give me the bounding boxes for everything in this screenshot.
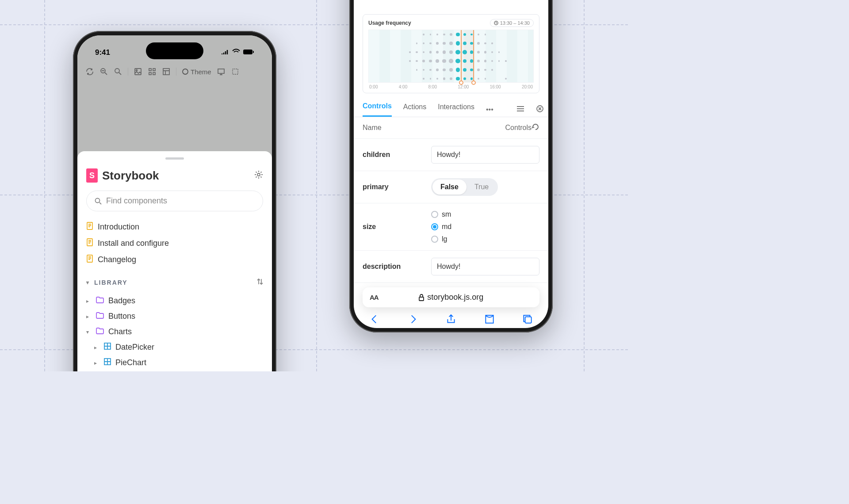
nav-doc-introduction[interactable]: Introduction	[86, 221, 263, 233]
control-label: children	[363, 151, 431, 159]
tabs-icon[interactable]	[522, 313, 533, 327]
radio-md[interactable]: md	[431, 223, 539, 231]
chart-dot	[416, 60, 417, 62]
reset-icon[interactable]	[532, 123, 539, 132]
tab-interactions[interactable]: Interactions	[438, 103, 474, 116]
url-text: storybook.js.org	[427, 293, 483, 302]
share-icon[interactable]	[445, 313, 457, 327]
chart-dot	[436, 78, 438, 80]
tab-actions[interactable]: Actions	[403, 103, 426, 116]
nav-folder-charts[interactable]: ▾ Charts	[86, 326, 263, 337]
svg-rect-16	[87, 222, 92, 229]
sync-icon[interactable]	[85, 67, 94, 76]
chart-dot	[470, 59, 474, 63]
toggle-false[interactable]: False	[432, 179, 467, 195]
svg-rect-1	[253, 51, 254, 53]
chart-dot	[423, 42, 424, 44]
grid-icon[interactable]	[148, 67, 157, 76]
chart-dot	[470, 34, 472, 35]
chart-dot	[478, 78, 479, 80]
forward-icon[interactable]	[407, 313, 419, 327]
nav-component-piechart[interactable]: ▸ PieChart	[86, 357, 263, 368]
more-icon[interactable]: •••	[486, 106, 493, 114]
sort-icon[interactable]	[257, 278, 263, 286]
menu-icon[interactable]	[516, 106, 524, 114]
gear-icon[interactable]	[254, 170, 263, 181]
layout-icon[interactable]	[162, 67, 171, 76]
svg-point-5	[136, 70, 138, 71]
chart-dot	[443, 42, 445, 45]
caret-down-icon: ▾	[86, 329, 92, 335]
document-icon	[86, 255, 93, 265]
nav-doc-install[interactable]: Install and configure	[86, 237, 263, 249]
chart-dot	[470, 50, 474, 54]
control-label: primary	[363, 183, 431, 191]
nav-doc-changelog[interactable]: Changelog	[86, 254, 263, 266]
theme-button[interactable]: Theme	[182, 68, 211, 76]
nav-label: Changelog	[98, 255, 136, 264]
svg-rect-8	[149, 73, 151, 75]
drawer-handle[interactable]	[165, 157, 184, 160]
search-input[interactable]: Find components	[86, 191, 263, 211]
chart-dot	[477, 42, 479, 44]
nav-folder-badges[interactable]: ▸ Badges	[86, 295, 263, 306]
component-icon	[104, 358, 111, 367]
radio-sm[interactable]: sm	[431, 210, 539, 218]
chart-area[interactable]	[368, 30, 534, 83]
caret-right-icon: ▸	[86, 313, 92, 320]
chart-dot	[498, 60, 500, 61]
xaxis-tick: 0:00	[369, 84, 378, 89]
zoom-reset-icon[interactable]	[114, 67, 122, 76]
range-highlight[interactable]	[461, 30, 474, 82]
section-library[interactable]: ▾ LIBRARY	[86, 278, 263, 286]
chart-dot	[505, 78, 507, 80]
nav-folder-buttons[interactable]: ▸ Buttons	[86, 311, 263, 322]
chart-dot	[484, 60, 486, 62]
text-size-icon[interactable]: AA	[370, 294, 379, 301]
url-bar[interactable]: AA storybook.js.org	[363, 287, 539, 307]
radio-icon	[431, 211, 438, 218]
chart-dot	[443, 34, 445, 35]
description-input[interactable]	[431, 258, 539, 275]
tab-controls[interactable]: Controls	[363, 102, 392, 117]
chart-dot	[409, 51, 410, 53]
chart-dot	[442, 59, 446, 63]
chart-dot	[491, 42, 493, 44]
chart-dot	[429, 51, 432, 53]
chart-dot	[477, 69, 479, 71]
bookmarks-icon[interactable]	[484, 313, 495, 327]
sidebar-drawer: S Storybook Find components Introduction	[77, 151, 272, 371]
svg-rect-4	[135, 69, 141, 75]
chart-title: Usage frequency	[368, 20, 411, 26]
toggle-true[interactable]: True	[467, 179, 497, 195]
wifi-icon	[232, 48, 240, 57]
chart-dot	[436, 34, 438, 35]
storybook-toolbar: Theme	[77, 62, 272, 81]
measure-icon[interactable]	[231, 67, 240, 76]
nav-list: Introduction Install and configure Chang…	[86, 221, 263, 371]
primary-toggle[interactable]: False True	[431, 178, 498, 196]
folder-icon	[96, 327, 104, 336]
control-label: description	[363, 263, 431, 271]
phone-frame-left: 9:41 Theme	[73, 31, 276, 371]
chart-dot	[456, 68, 460, 72]
nav-label: Introduction	[98, 222, 139, 232]
range-knob-right[interactable]	[471, 80, 476, 85]
image-icon[interactable]	[134, 67, 142, 76]
radio-lg[interactable]: lg	[431, 235, 539, 243]
children-input[interactable]	[431, 146, 539, 164]
back-icon[interactable]	[369, 313, 380, 327]
chart-card: Usage frequency 13:30 – 14:30 0:004:008:…	[363, 14, 539, 93]
zoom-out-icon[interactable]	[99, 67, 108, 76]
svg-rect-25	[419, 297, 424, 301]
chart-dot	[491, 69, 493, 70]
nav-component-datepicker[interactable]: ▸ DatePicker	[86, 342, 263, 353]
dynamic-island	[146, 42, 203, 59]
section-label: LIBRARY	[94, 279, 128, 286]
viewport-icon[interactable]	[217, 67, 226, 76]
control-row-primary: primary False True	[354, 171, 548, 203]
svg-rect-26	[525, 317, 532, 323]
chart-dot	[430, 78, 431, 79]
close-icon[interactable]	[536, 105, 544, 115]
chart-dot	[470, 77, 473, 80]
